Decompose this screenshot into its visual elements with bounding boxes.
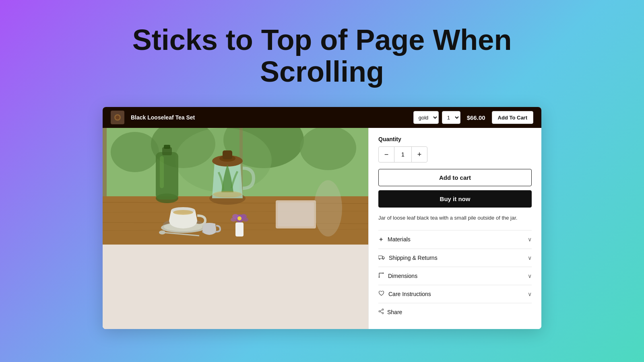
svg-point-41 xyxy=(231,218,236,222)
sticky-price: $66.00 xyxy=(467,114,485,121)
quantity-increase-button[interactable]: + xyxy=(412,147,427,162)
product-description: Jar of loose leaf black tea with a small… xyxy=(378,214,532,222)
svg-line-55 xyxy=(380,310,382,311)
svg-point-42 xyxy=(243,218,248,222)
materials-icon: ✦ xyxy=(378,236,384,243)
sticky-variant-select[interactable]: gold xyxy=(413,111,439,124)
svg-rect-37 xyxy=(235,222,244,237)
svg-rect-45 xyxy=(278,202,314,226)
svg-rect-20 xyxy=(164,145,170,149)
accordion-care[interactable]: Care Instructions ∨ xyxy=(378,285,532,303)
product-window: Black Looseleaf Tea Set gold 1 $66.00 Ad… xyxy=(103,107,541,329)
svg-point-54 xyxy=(382,313,384,314)
sticky-add-to-cart-button[interactable]: Add To Cart xyxy=(492,111,533,124)
quantity-decrease-button[interactable]: − xyxy=(379,147,394,162)
svg-point-53 xyxy=(379,311,380,312)
sticky-product-title: Black Looseleaf Tea Set xyxy=(131,114,407,121)
svg-line-56 xyxy=(380,312,382,313)
dimensions-icon xyxy=(378,272,384,280)
product-body: Quantity − + Add to cart Buy it now Jar … xyxy=(103,128,541,329)
sticky-thumbnail xyxy=(111,111,124,124)
svg-point-27 xyxy=(213,191,242,197)
shipping-label: Shipping & Returns xyxy=(389,255,438,261)
dimensions-chevron-icon: ∨ xyxy=(528,273,532,279)
svg-rect-18 xyxy=(156,152,178,200)
add-to-cart-button[interactable]: Add to cart xyxy=(378,169,532,186)
svg-point-35 xyxy=(159,230,165,234)
svg-rect-47 xyxy=(378,256,382,259)
svg-rect-26 xyxy=(223,150,232,159)
page-headline: Sticks to Top of Page When Scrolling xyxy=(132,24,512,88)
svg-point-49 xyxy=(383,258,384,259)
sticky-controls: gold 1 $66.00 Add To Cart xyxy=(413,111,533,124)
product-image xyxy=(103,128,368,245)
sticky-quantity-select[interactable]: 1 xyxy=(442,111,460,124)
product-image-area xyxy=(103,128,368,329)
svg-point-43 xyxy=(237,216,242,220)
svg-point-50 xyxy=(379,276,380,278)
care-icon xyxy=(378,290,384,298)
quantity-stepper: − + xyxy=(378,146,427,162)
svg-point-51 xyxy=(383,272,384,274)
quantity-label: Quantity xyxy=(378,136,532,142)
product-info-panel: Quantity − + Add to cart Buy it now Jar … xyxy=(368,128,541,329)
materials-label: Materials xyxy=(388,236,411,243)
accordion-shipping[interactable]: Shipping & Returns ∨ xyxy=(378,249,532,267)
shipping-icon xyxy=(378,254,385,261)
share-label: Share xyxy=(387,309,402,315)
share-row[interactable]: Share xyxy=(378,303,532,321)
svg-point-48 xyxy=(379,258,380,259)
shipping-chevron-icon: ∨ xyxy=(528,255,532,261)
svg-point-46 xyxy=(314,180,342,237)
svg-point-32 xyxy=(173,210,193,215)
care-chevron-icon: ∨ xyxy=(528,291,532,297)
svg-rect-21 xyxy=(160,156,164,188)
share-icon xyxy=(378,309,384,316)
buy-now-button[interactable]: Buy it now xyxy=(378,190,532,208)
svg-point-5 xyxy=(111,132,159,172)
svg-point-52 xyxy=(382,309,384,311)
dimensions-label: Dimensions xyxy=(388,273,417,279)
accordion-dimensions[interactable]: Dimensions ∨ xyxy=(378,267,532,285)
accordion-materials[interactable]: ✦ Materials ∨ xyxy=(378,230,532,249)
materials-chevron-icon: ∨ xyxy=(528,236,532,243)
care-label: Care Instructions xyxy=(388,291,431,297)
quantity-input[interactable] xyxy=(394,147,412,162)
svg-point-2 xyxy=(116,115,120,119)
sticky-bar: Black Looseleaf Tea Set gold 1 $66.00 Ad… xyxy=(103,107,541,128)
svg-point-8 xyxy=(300,128,356,170)
